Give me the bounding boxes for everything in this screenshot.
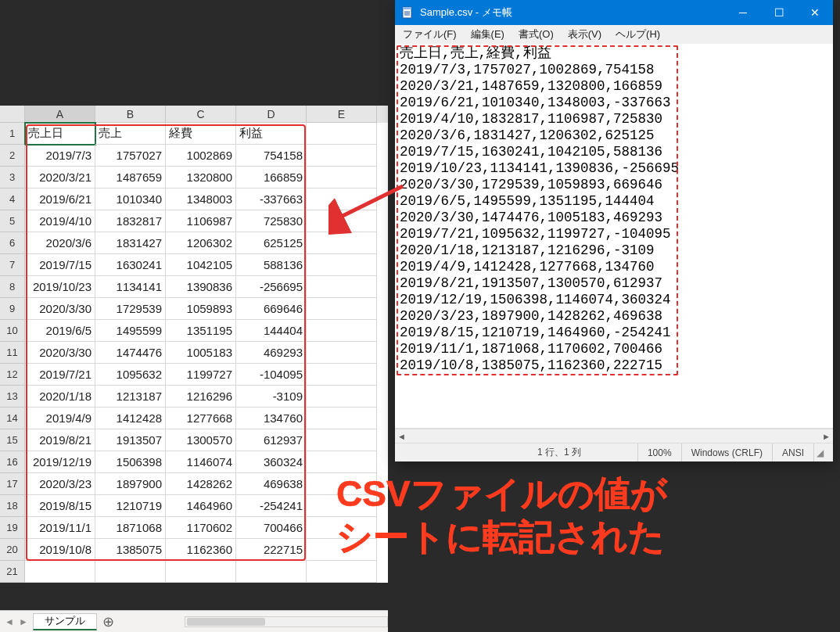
cell[interactable]: 669646	[236, 298, 307, 320]
cell[interactable]: 2019/8/15	[25, 495, 95, 517]
row-header[interactable]: 8	[0, 276, 25, 298]
cell[interactable]: 2019/7/21	[25, 364, 95, 386]
cell[interactable]: 1005183	[166, 342, 236, 364]
cell[interactable]	[25, 561, 95, 583]
cell[interactable]: 134760	[236, 408, 307, 429]
cell[interactable]: 1831427	[95, 232, 166, 254]
cell[interactable]: 625125	[236, 232, 307, 254]
row-header[interactable]: 10	[0, 320, 25, 342]
cell[interactable]	[307, 123, 377, 145]
cell[interactable]: 2019/4/9	[25, 408, 95, 429]
cell[interactable]: 1385075	[95, 539, 166, 561]
cell[interactable]: 754158	[236, 145, 307, 167]
sheet-tab-nav[interactable]: ◄ ►	[0, 616, 33, 627]
cell[interactable]: 1351195	[166, 320, 236, 342]
cell[interactable]: 経費	[166, 123, 236, 145]
row-header[interactable]: 14	[0, 408, 25, 429]
cell[interactable]: 2020/3/30	[25, 298, 95, 320]
menu-help[interactable]: ヘルプ(H)	[614, 27, 662, 41]
cell[interactable]: 2019/6/21	[25, 189, 95, 210]
cell[interactable]	[307, 429, 377, 451]
cell[interactable]: 1348003	[166, 189, 236, 210]
cell[interactable]: 1199727	[166, 364, 236, 386]
cell[interactable]	[307, 408, 377, 429]
column-header-C[interactable]: C	[166, 106, 236, 123]
cell[interactable]: 1871068	[95, 517, 166, 539]
cell[interactable]: 1206302	[166, 232, 236, 254]
cell[interactable]: 469293	[236, 342, 307, 364]
column-header-B[interactable]: B	[95, 106, 166, 123]
cell[interactable]: 1464960	[166, 495, 236, 517]
cell[interactable]	[307, 189, 377, 210]
cell[interactable]	[236, 561, 307, 583]
cell[interactable]: 144404	[236, 320, 307, 342]
cell[interactable]: 2020/3/21	[25, 167, 95, 189]
cell[interactable]: 1010340	[95, 189, 166, 210]
cell[interactable]	[307, 210, 377, 232]
cell[interactable]: 1170602	[166, 517, 236, 539]
cell[interactable]: 売上	[95, 123, 166, 145]
row-header[interactable]: 20	[0, 539, 25, 561]
column-header-E[interactable]: E	[307, 106, 377, 123]
cell[interactable]: -256695	[236, 276, 307, 298]
cell[interactable]: 1059893	[166, 298, 236, 320]
cell[interactable]: 1002869	[166, 145, 236, 167]
menu-view[interactable]: 表示(V)	[566, 27, 603, 41]
cell[interactable]	[307, 342, 377, 364]
cell[interactable]: 2019/10/8	[25, 539, 95, 561]
cell[interactable]	[307, 451, 377, 473]
row-header[interactable]: 12	[0, 364, 25, 386]
cell[interactable]: 1495599	[95, 320, 166, 342]
row-header[interactable]: 1	[0, 123, 25, 145]
row-header[interactable]: 18	[0, 495, 25, 517]
row-header[interactable]: 17	[0, 473, 25, 495]
cell[interactable]: -3109	[236, 386, 307, 408]
cell[interactable]: 222715	[236, 539, 307, 561]
sheet-horizontal-scrollbar[interactable]	[185, 616, 388, 627]
sheet-tab-active[interactable]: サンプル	[33, 613, 97, 630]
cell[interactable]: 1390836	[166, 276, 236, 298]
column-header-D[interactable]: D	[236, 106, 307, 123]
row-header[interactable]: 3	[0, 167, 25, 189]
cell[interactable]: 700466	[236, 517, 307, 539]
cell[interactable]: 2019/7/15	[25, 254, 95, 276]
cell[interactable]: 2020/3/6	[25, 232, 95, 254]
menu-edit[interactable]: 編集(E)	[469, 27, 506, 41]
cell[interactable]: 1134141	[95, 276, 166, 298]
column-header-A[interactable]: A	[25, 106, 95, 123]
cell[interactable]: 1216296	[166, 386, 236, 408]
cell[interactable]: 725830	[236, 210, 307, 232]
row-header[interactable]: 2	[0, 145, 25, 167]
minimize-button[interactable]: ─	[725, 0, 761, 25]
cell[interactable]	[307, 232, 377, 254]
row-header[interactable]: 13	[0, 386, 25, 408]
menu-format[interactable]: 書式(O)	[517, 27, 555, 41]
maximize-button[interactable]: ☐	[761, 0, 797, 25]
cell[interactable]: 2019/12/19	[25, 451, 95, 473]
row-header[interactable]: 9	[0, 298, 25, 320]
cell[interactable]: 1630241	[95, 254, 166, 276]
cell[interactable]: 1506398	[95, 451, 166, 473]
row-header[interactable]: 6	[0, 232, 25, 254]
row-header[interactable]: 4	[0, 189, 25, 210]
cell[interactable]: 1412428	[95, 408, 166, 429]
cell[interactable]: 1487659	[95, 167, 166, 189]
new-sheet-button[interactable]: ⊕	[97, 611, 119, 633]
cell[interactable]: 1146074	[166, 451, 236, 473]
cell[interactable]: 1428262	[166, 473, 236, 495]
cell[interactable]: 2020/1/18	[25, 386, 95, 408]
cell[interactable]: 1320800	[166, 167, 236, 189]
row-header[interactable]: 7	[0, 254, 25, 276]
cell[interactable]: 2019/4/10	[25, 210, 95, 232]
cell[interactable]: 2019/10/23	[25, 276, 95, 298]
cell[interactable]: 1832817	[95, 210, 166, 232]
cell[interactable]	[307, 145, 377, 167]
select-all-cell[interactable]	[0, 106, 25, 123]
cell[interactable]	[95, 561, 166, 583]
cell[interactable]: 588136	[236, 254, 307, 276]
resize-grip-icon[interactable]: ◢	[813, 443, 833, 461]
cell[interactable]	[307, 276, 377, 298]
close-button[interactable]: ✕	[797, 0, 833, 25]
cell[interactable]: 1729539	[95, 298, 166, 320]
cell[interactable]: 1106987	[166, 210, 236, 232]
